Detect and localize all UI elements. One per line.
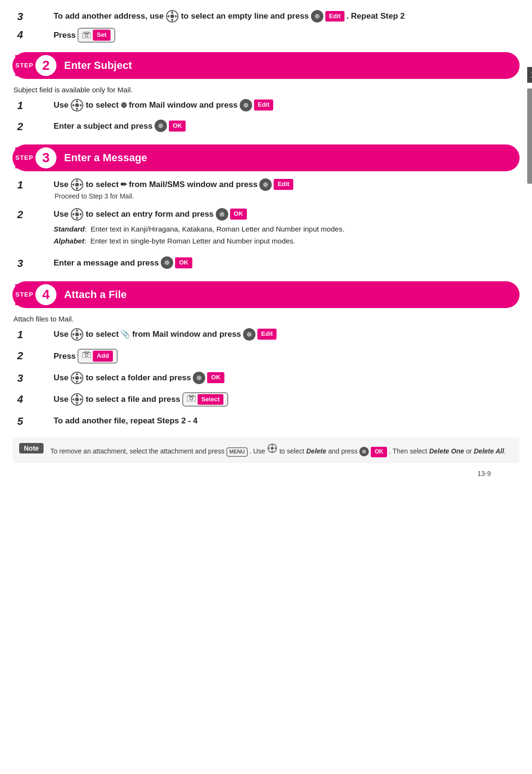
- step2-sub1: 1 Use to select ⊕ from Mail window and: [17, 99, 520, 112]
- step3-desc-standard: Standard: Enter text in Kanji/Hiragana, …: [54, 225, 520, 233]
- svg-marker-19: [72, 183, 74, 186]
- svg-rect-49: [189, 395, 193, 397]
- ok-badge-note: OK: [371, 447, 387, 457]
- step4-sub5: 5 To add another file, repeat Steps 2 - …: [17, 414, 520, 428]
- circle-button-s3-1: [259, 178, 272, 191]
- joystick-icon-s4-3: [70, 371, 84, 385]
- svg-marker-3: [171, 19, 174, 22]
- svg-marker-38: [76, 373, 78, 375]
- svg-marker-44: [76, 394, 78, 397]
- svg-marker-25: [72, 213, 74, 216]
- svg-marker-20: [80, 183, 82, 186]
- edit-badge-s2-1: Edit: [254, 100, 274, 111]
- step4-sub2: 2 Press Add: [17, 349, 520, 364]
- svg-point-28: [75, 332, 79, 336]
- svg-marker-29: [76, 329, 78, 332]
- svg-point-37: [75, 376, 79, 380]
- svg-point-43: [75, 398, 79, 401]
- edit-badge-s4-1: Edit: [257, 329, 277, 340]
- edit-badge: Edit: [325, 11, 345, 22]
- svg-marker-24: [76, 217, 78, 220]
- note-box: Note To remove an attachment, select the…: [12, 437, 520, 463]
- add-label: Add: [93, 351, 112, 362]
- svg-marker-2: [171, 11, 174, 13]
- edit-badge-s3-1: Edit: [274, 179, 293, 190]
- svg-rect-34: [85, 351, 89, 353]
- svg-marker-39: [76, 381, 78, 383]
- svg-marker-30: [76, 337, 78, 340]
- ok-badge-s4-3: OK: [207, 372, 224, 383]
- circle-button-s4-1: [243, 328, 255, 341]
- svg-point-8: [85, 34, 88, 37]
- step2-sub2: 2 Enter a subject and press OK: [17, 120, 520, 133]
- set-label: Set: [93, 30, 110, 41]
- ok-badge-s3-3: OK: [175, 257, 192, 268]
- step2-title: Enter Subject: [64, 59, 132, 72]
- svg-point-52: [271, 447, 274, 450]
- svg-marker-46: [72, 398, 74, 401]
- select-label: Select: [198, 394, 223, 405]
- circle-button-s3-2: [216, 208, 228, 221]
- ok-badge-s2-2: OK: [169, 121, 186, 132]
- circle-button-note: [359, 447, 369, 456]
- select-key: Select: [182, 392, 228, 407]
- svg-marker-45: [76, 402, 78, 405]
- svg-rect-7: [85, 32, 89, 33]
- step3-sub3: 3 Enter a message and press OK: [17, 256, 520, 270]
- svg-marker-12: [76, 108, 78, 111]
- svg-marker-11: [76, 100, 78, 102]
- circle-button-s2-1: [240, 99, 252, 111]
- svg-marker-40: [72, 376, 74, 379]
- svg-point-35: [85, 354, 88, 356]
- joystick-icon-s3-1: [70, 178, 84, 191]
- substep-4-top: 4 Press Set: [17, 28, 520, 43]
- menu-key-icon: MENU: [226, 447, 247, 457]
- note-text: To remove an attachment, select the atta…: [50, 443, 506, 457]
- svg-marker-26: [80, 213, 82, 216]
- ok-badge-s3-2: OK: [230, 209, 247, 220]
- step2-number: 2: [35, 55, 56, 76]
- svg-marker-32: [80, 333, 82, 336]
- step4-sub4: 4 Use to select a file and press: [17, 392, 520, 407]
- set-key: Set: [78, 28, 115, 43]
- step3-header: STEP 3 Enter a Message: [12, 144, 520, 171]
- svg-point-10: [75, 103, 79, 107]
- camera-icon-select: [187, 395, 196, 404]
- page-number: 13-9: [477, 470, 491, 477]
- joystick-icon-s4-4: [70, 393, 84, 406]
- joystick-icon-note: [267, 443, 277, 453]
- svg-marker-14: [80, 104, 82, 107]
- joystick-icon-s4-1: [70, 328, 84, 341]
- chapter-label: Abridged English Manual: [527, 88, 532, 184]
- svg-point-1: [170, 14, 174, 18]
- svg-marker-5: [175, 15, 177, 18]
- step3-desc-alphabet: Alphabet: Enter text in single-byte Roma…: [54, 237, 520, 245]
- step4-intro: Attach files to Mail.: [13, 315, 520, 323]
- step4-number: 4: [35, 284, 56, 305]
- chapter-number: 13: [527, 67, 532, 83]
- step2-intro: Subject field is available only for Mail…: [13, 86, 520, 94]
- svg-marker-23: [76, 209, 78, 211]
- step2-header: STEP 2 Enter Subject: [12, 52, 520, 79]
- circle-button-s3-3: [161, 256, 173, 269]
- step3-sub1-note: Proceed to Step 3 for Mail.: [55, 192, 520, 200]
- camera-icon-add: [82, 351, 91, 361]
- step4-sub1: 1 Use to select 📎 from Mail window an: [17, 328, 520, 341]
- svg-marker-41: [80, 376, 82, 379]
- joystick-icon: [166, 10, 179, 23]
- svg-marker-13: [72, 104, 74, 107]
- step3-sub1: 1 Use to select ✏ from Mail/SMS window: [17, 178, 520, 200]
- mail-subject-icon: ⊕: [121, 99, 127, 111]
- substep-3-top: 3 To add another address, use to select …: [17, 10, 520, 23]
- step3-title: Enter a Message: [64, 152, 147, 164]
- circle-button-icon: [311, 10, 323, 22]
- joystick-icon-s3-2: [70, 208, 84, 221]
- circle-button-s2-2: [155, 120, 167, 132]
- step4-sub3: 3 Use to select a folder and press: [17, 371, 520, 385]
- joystick-icon-s2-1: [70, 99, 84, 112]
- svg-point-16: [75, 183, 79, 187]
- svg-point-22: [75, 212, 79, 216]
- step4-title: Attach a File: [64, 288, 127, 301]
- svg-marker-47: [80, 398, 82, 401]
- pencil-icon: ✏: [121, 178, 127, 191]
